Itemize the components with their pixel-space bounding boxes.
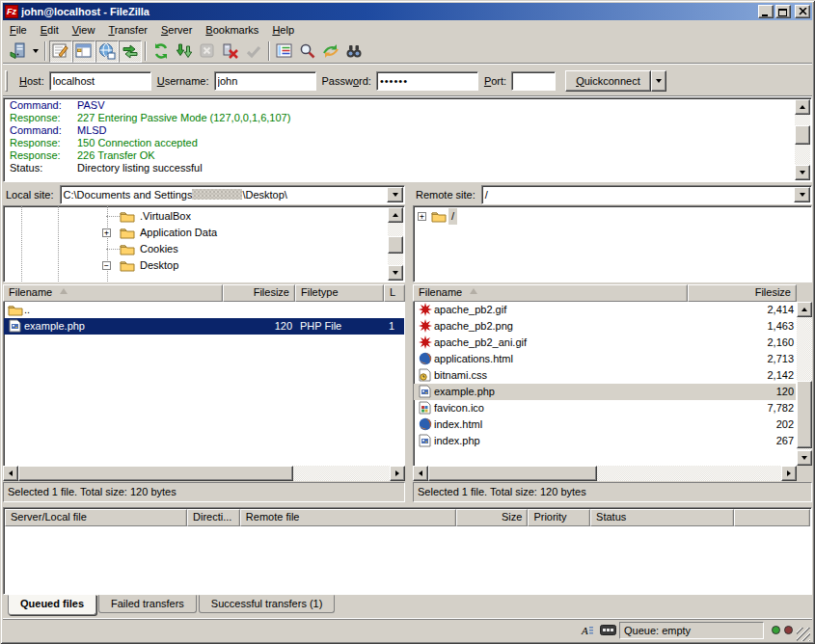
menu-file[interactable]: File <box>3 22 34 38</box>
scroll-right-button[interactable] <box>390 466 405 481</box>
local-site-combo[interactable]: C:\Documents and Settings\Desktop\ <box>60 185 405 204</box>
compare-button[interactable] <box>296 40 319 63</box>
column-header-filesize[interactable]: Filesize <box>688 284 797 302</box>
column-header-priority[interactable]: Priority <box>528 509 590 526</box>
expand-icon[interactable]: + <box>418 212 426 221</box>
menu-server[interactable]: Server <box>154 22 199 38</box>
tree-item-label: Desktop <box>137 257 181 274</box>
column-header-status[interactable]: Status <box>590 509 734 526</box>
tree-item[interactable]: +/ <box>414 208 811 225</box>
file-cell: PHP File <box>296 318 385 335</box>
column-header-l[interactable]: L <box>384 284 405 302</box>
password-input[interactable] <box>376 71 478 91</box>
datatype-ascii-icon: A <box>579 623 596 638</box>
file-row[interactable]: apache_pb2.png1,463 <box>414 318 796 335</box>
column-header-size[interactable]: Size <box>456 509 529 526</box>
scroll-right-button[interactable] <box>781 466 797 481</box>
menu-view[interactable]: View <box>66 22 102 38</box>
close-button[interactable] <box>795 5 810 18</box>
column-header-directi-[interactable]: Directi... <box>187 509 240 526</box>
menu-transfer[interactable]: Transfer <box>101 22 154 38</box>
tree-item[interactable]: +Application Data <box>4 225 404 241</box>
file-row[interactable]: example.php120 <box>414 384 796 400</box>
refresh-button[interactable] <box>149 40 173 63</box>
scroll-up-button[interactable] <box>797 302 812 317</box>
remote-site-dropdown[interactable] <box>794 187 810 202</box>
scroll-thumb[interactable] <box>18 466 293 481</box>
local-list-hscrollbar[interactable] <box>3 466 405 481</box>
column-header-filename[interactable]: Filename <box>3 284 223 302</box>
column-header-remote-file[interactable]: Remote file <box>240 509 456 526</box>
tree-connector <box>106 216 120 217</box>
log-scrollbar[interactable] <box>795 99 810 180</box>
toolbar-gripper[interactable] <box>5 70 8 92</box>
scroll-up-button[interactable] <box>388 207 403 223</box>
scroll-thumb[interactable] <box>388 236 403 254</box>
menu-bookmarks[interactable]: Bookmarks <box>199 22 265 38</box>
file-row[interactable]: index.html202 <box>414 416 796 433</box>
maximize-button[interactable] <box>775 5 791 18</box>
scroll-left-button[interactable] <box>3 466 18 481</box>
scroll-up-button[interactable] <box>795 99 810 115</box>
column-header-filetype[interactable]: Filetype <box>295 284 384 302</box>
disconnect-button[interactable] <box>219 40 242 63</box>
port-input[interactable] <box>511 71 556 91</box>
remote-site-combo[interactable]: / <box>481 185 812 204</box>
menu-help[interactable]: Help <box>265 22 301 38</box>
host-input[interactable] <box>49 71 151 91</box>
tree-item[interactable]: .VirtualBox <box>4 208 404 225</box>
queue-body[interactable] <box>5 527 810 593</box>
cancel-button[interactable] <box>196 40 219 63</box>
column-header-filesize[interactable]: Filesize <box>223 284 295 302</box>
site-manager-button[interactable] <box>7 40 30 63</box>
pane-splitter[interactable] <box>405 184 413 503</box>
username-input[interactable] <box>214 71 316 91</box>
quickconnect-button[interactable]: Quickconnect <box>565 70 651 92</box>
file-row[interactable]: .. <box>4 302 404 318</box>
scroll-down-button[interactable] <box>795 165 810 180</box>
find-button[interactable] <box>342 40 366 63</box>
file-row[interactable]: example.php120PHP File1 <box>4 318 404 335</box>
tab-queued-files[interactable]: Queued files <box>8 595 96 615</box>
column-header-blank[interactable] <box>734 509 810 526</box>
file-row[interactable]: applications.html2,713 <box>414 351 796 367</box>
file-cell: 2,414 <box>689 302 797 318</box>
expand-icon[interactable]: + <box>102 228 111 237</box>
remote-list-scrollbar[interactable] <box>797 302 812 466</box>
scroll-thumb[interactable] <box>795 125 810 145</box>
filter-button[interactable] <box>273 40 296 63</box>
process-queue-button[interactable] <box>173 40 196 63</box>
site-manager-dropdown[interactable] <box>30 40 41 63</box>
scroll-thumb[interactable] <box>797 381 812 448</box>
toggle-remote-tree-button[interactable] <box>95 40 119 63</box>
process-queue-icon <box>176 42 193 60</box>
reconnect-button[interactable] <box>242 40 265 63</box>
menu-edit[interactable]: Edit <box>34 22 66 38</box>
resize-grip[interactable] <box>797 628 810 641</box>
scroll-thumb[interactable] <box>428 466 597 481</box>
remote-list-hscrollbar[interactable] <box>413 466 797 481</box>
local-site-dropdown[interactable] <box>387 187 403 202</box>
file-row[interactable]: index.php267 <box>414 433 796 449</box>
minimize-button[interactable] <box>758 5 774 18</box>
synchronized-browsing-button[interactable] <box>319 40 342 63</box>
scroll-left-button[interactable] <box>413 466 428 481</box>
file-row[interactable]: favicon.ico7,782 <box>414 400 796 416</box>
file-row[interactable]: apache_pb2_ani.gif2,160 <box>414 335 796 351</box>
toggle-transfer-queue-button[interactable] <box>119 40 142 63</box>
tree-item[interactable]: −Desktop <box>4 257 404 274</box>
tree-item[interactable]: Cookies <box>4 241 404 257</box>
toggle-message-log-button[interactable] <box>49 40 72 63</box>
quickconnect-dropdown[interactable] <box>651 70 666 92</box>
column-header-filename[interactable]: Filename <box>413 284 688 302</box>
column-header-server-local-file[interactable]: Server/Local file <box>5 509 187 526</box>
collapse-icon[interactable]: − <box>102 261 111 270</box>
scroll-down-button[interactable] <box>797 450 812 466</box>
file-row[interactable]: apache_pb2.gif2,414 <box>414 302 796 318</box>
scroll-down-button[interactable] <box>388 265 403 281</box>
file-row[interactable]: bitnami.css2,142 <box>414 367 796 384</box>
tab-failed-transfers[interactable]: Failed transfers <box>98 595 197 613</box>
toggle-local-tree-button[interactable] <box>72 40 95 63</box>
local-tree-scrollbar[interactable] <box>388 207 403 281</box>
tab-successful-transfers-1-[interactable]: Successful transfers (1) <box>199 595 336 613</box>
